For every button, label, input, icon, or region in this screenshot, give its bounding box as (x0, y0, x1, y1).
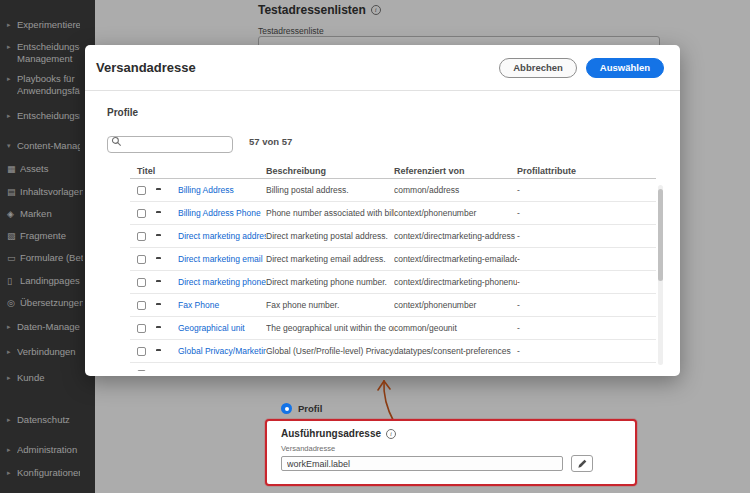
row-profile-attributes: - (517, 254, 656, 264)
row-description: Direct marketing postal address. (266, 231, 394, 241)
ausfuehrungsadresse-box: Ausführungsadresse i Versandadresse (265, 419, 637, 486)
confirm-button[interactable]: Auswählen (586, 58, 664, 78)
row-title-link[interactable]: Geographical unit (178, 323, 245, 333)
info-icon: i (386, 429, 396, 439)
column-header-profilattribute: Profilattribute (517, 166, 656, 176)
search-row: 57 von 57 (107, 133, 292, 150)
row-profile-attributes: - (517, 277, 656, 287)
row-checkbox[interactable] (137, 301, 146, 310)
versandadresse-input[interactable] (281, 456, 563, 471)
row-profile-attributes: - (517, 346, 656, 356)
row-description: Direct marketing phone number. (266, 277, 394, 287)
row-title-link[interactable]: Direct marketing address (178, 231, 266, 241)
row-checkbox[interactable] (137, 278, 146, 287)
row-referenced-by: context/directmarketing-address (394, 231, 517, 241)
profil-radio-label: Profil (298, 403, 322, 414)
cancel-button[interactable]: Abbrechen (499, 58, 577, 78)
row-title-link[interactable]: Direct marketing email (178, 254, 263, 264)
row-referenced-by: context/phonenumber (394, 208, 517, 218)
row-title-link[interactable]: Direct marketing phone (178, 277, 266, 287)
row-checkbox[interactable] (137, 370, 146, 372)
row-referenced-by: common/address (394, 185, 517, 195)
table-row[interactable]: Direct marketing address Direct marketin… (130, 225, 656, 248)
table-row[interactable]: Geographical unit The geographical unit … (130, 317, 656, 340)
table-header-row: Titel Beschreibung Referenziert von Prof… (130, 163, 656, 179)
table-row-partial[interactable] (130, 363, 656, 371)
column-header-titel: Titel (137, 166, 266, 176)
profil-radio-row[interactable]: Profil (281, 403, 322, 414)
profiles-table: Titel Beschreibung Referenziert von Prof… (130, 163, 656, 371)
table-row[interactable]: Direct marketing email Direct marketing … (130, 248, 656, 271)
screen: ▸ Experimentieren ▸ Entscheidungs-Manage… (0, 0, 750, 493)
row-description: Fax phone number. (266, 300, 394, 310)
row-referenced-by: context/directmarketing-emailaddre (394, 254, 517, 264)
row-title-link[interactable]: Billing Address Phone (178, 208, 261, 218)
search-input[interactable] (107, 136, 233, 153)
row-checkbox[interactable] (137, 209, 146, 218)
edit-button[interactable] (571, 455, 593, 472)
row-profile-attributes: - (517, 323, 656, 333)
row-checkbox[interactable] (137, 255, 146, 264)
row-profile-attributes: - (517, 300, 656, 310)
row-description: Global (User/Profile-level) Privacy/Pr (266, 346, 394, 356)
table-scrollbar[interactable] (658, 185, 663, 365)
row-description: Billing postal address. (266, 185, 394, 195)
row-description: Phone number associated with billin (266, 208, 394, 218)
versandadresse-dialog: Versandadresse Abbrechen Auswählen Profi… (85, 45, 680, 376)
pencil-icon (577, 458, 588, 469)
ausfuehrungsadresse-title: Ausführungsadresse (281, 428, 381, 439)
row-profile-attributes: - (517, 185, 656, 195)
search-icon (111, 136, 122, 147)
search-box (107, 133, 233, 150)
dialog-header: Versandadresse Abbrechen Auswählen (85, 45, 680, 91)
dialog-title: Versandadresse (96, 60, 196, 75)
row-profile-attributes: - (517, 208, 656, 218)
row-checkbox[interactable] (137, 232, 146, 241)
table-row[interactable]: Global Privacy/Marketing Profi Global (U… (130, 340, 656, 363)
row-checkbox[interactable] (137, 186, 146, 195)
scrollbar-thumb[interactable] (658, 189, 663, 281)
row-profile-attributes: - (517, 231, 656, 241)
row-referenced-by: context/phonenumber (394, 300, 517, 310)
versandadresse-field-label: Versandadresse (281, 444, 621, 453)
column-header-beschreibung: Beschreibung (266, 166, 394, 176)
row-referenced-by: context/directmarketing-phonenum (394, 277, 517, 287)
profil-radio[interactable] (281, 403, 292, 414)
row-checkbox[interactable] (137, 347, 146, 356)
table-row[interactable]: Fax Phone Fax phone number. context/phon… (130, 294, 656, 317)
table-row[interactable]: Direct marketing phone Direct marketing … (130, 271, 656, 294)
result-count: 57 von 57 (249, 136, 292, 147)
table-row[interactable]: Billing Address Billing postal address. … (130, 179, 656, 202)
table-row[interactable]: Billing Address Phone Phone number assoc… (130, 202, 656, 225)
row-referenced-by: datatypes/consent-preferences (394, 346, 517, 356)
profile-section-label: Profile (107, 107, 138, 118)
row-referenced-by: common/geounit (394, 323, 517, 333)
row-title-link[interactable]: Global Privacy/Marketing Profi (178, 346, 266, 356)
row-checkbox[interactable] (137, 324, 146, 333)
row-description: Direct marketing email address. (266, 254, 394, 264)
column-header-referenziert-von: Referenziert von (394, 166, 517, 176)
row-description: The geographical unit within the org (266, 323, 394, 333)
row-title-link[interactable]: Fax Phone (178, 300, 219, 310)
row-title-link[interactable]: Billing Address (178, 185, 234, 195)
